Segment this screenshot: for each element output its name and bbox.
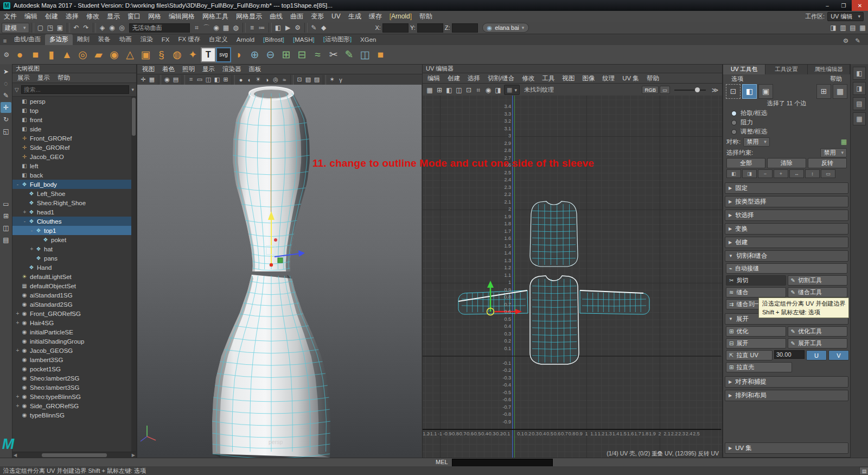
uv-canvas[interactable]: 3.43.33.23.132.92.82.72.62.52.42.32.22.1… [423,96,722,458]
shelf-tab-曲线/曲面[interactable]: 曲线/曲面 [10,34,45,45]
scroll-thumb[interactable] [42,453,107,457]
output-connections-icon[interactable]: ≔ [257,23,267,33]
rotate-tool[interactable]: ↻ [1,114,11,125]
alpha-channel-button[interactable]: ▭ [660,86,670,94]
mirror-icon[interactable]: ◫ [357,47,373,62]
poly-cube-icon[interactable]: ■ [28,47,43,62]
straighten-angle-input[interactable] [774,350,805,359]
menu-缓存[interactable]: 缓存 [365,12,386,21]
loop-selection-icon[interactable]: ↔ [789,169,804,178]
uv-menu-UV 集[interactable]: UV 集 [618,74,643,83]
uv-editor-panel[interactable]: UV 编辑器 编辑创建选择切割/缝合修改工具视图图像纹理UV 集帮助 ▦⊞◧◫⊡… [422,64,723,459]
constraint-dropdown[interactable]: 禁用▾ [820,148,847,157]
minimize-button[interactable]: – [819,0,835,11]
smooth-icon[interactable]: ≈ [310,47,326,62]
menu-显示[interactable]: 显示 [103,12,124,21]
uv-menu-视图[interactable]: 视图 [558,74,578,83]
outliner-item-Hair4SG[interactable]: +◉Hair4SG [12,318,136,327]
outliner-item-initialShadingGroup[interactable]: ◉initialShadingGroup [12,337,136,346]
field-chart-icon[interactable]: ⊞ [221,75,230,84]
uv-menu-纹理[interactable]: 纹理 [598,74,618,83]
shelf-tab-XGen[interactable]: XGen [356,35,380,45]
gate-mask-icon[interactable]: ◧ [213,75,221,84]
new-scene-icon[interactable]: ▢ [36,23,46,33]
poly-sphere-icon[interactable]: ● [12,47,28,62]
camera-lock-icon[interactable]: ◉ [163,75,171,84]
outliner-item-poket[interactable]: ❖poket [12,235,136,244]
close-button[interactable]: ✕ [852,0,868,11]
cut-tool-button[interactable]: ✎切割工具 [788,275,848,286]
menu-help[interactable]: 帮助 [826,75,846,83]
range-selection-icon[interactable]: ▭ [821,169,835,178]
outliner-item-aiStandard2SG[interactable]: ◉aiStandard2SG [12,300,136,309]
image-exposure-slider[interactable] [674,86,706,94]
viewport-canvas[interactable]: persp [137,85,423,458]
menu-set-dropdown[interactable]: 建模▾ [2,23,29,33]
toggle-tool-settings-icon[interactable]: ▥ [838,23,848,33]
snap-point-icon[interactable]: ◉ [212,23,221,33]
poly-helix-icon[interactable]: § [154,47,169,62]
viewport-menu-照明[interactable]: 照明 [178,65,199,73]
outliner-item-Front_GRORefSG[interactable]: +◉Front_GRORefSG [12,309,136,318]
workspace-dropdown[interactable]: UV 编辑▾ [827,12,864,21]
maximize-button[interactable]: ❐ [835,0,852,11]
isolate-select-icon[interactable]: ⊡ [295,75,304,84]
mode-pick-marquee[interactable]: 拾取/框选 [725,109,848,118]
separate-icon[interactable]: ⊟ [294,47,310,62]
layout-two-pane[interactable]: ◫ [1,223,11,233]
outliner-item-aiStandard1SG[interactable]: ◉aiStandard1SG [12,290,136,300]
menu-options[interactable]: 选项 [727,75,747,83]
toggle-split-view-icon[interactable]: ◨ [853,82,866,95]
toggle-attribute-editor-icon[interactable]: ◨ [828,23,838,33]
uv-shaded-icon[interactable]: ◧ [444,85,454,95]
poly-plane-icon[interactable]: ▰ [91,47,106,62]
expand-toggle-icon[interactable]: - [22,218,28,224]
menu-修改[interactable]: 修改 [82,12,103,21]
expand-toggle-icon[interactable]: + [29,246,35,252]
cut-button[interactable]: ✂剪切 [726,275,786,286]
straighten-v-button[interactable]: V [828,350,849,360]
outliner-item-Full_body[interactable]: -❖Full_body [12,180,136,189]
filter-icon[interactable]: ▽ [15,87,19,93]
script-editor-icon[interactable]: ▤ [859,467,868,475]
optimize-tool-button[interactable]: ✎优化工具 [788,326,848,337]
viewport-menu-显示[interactable]: 显示 [199,65,219,73]
shaded-mode-icon[interactable]: ● [237,75,245,84]
straighten-u-button[interactable]: U [806,350,827,360]
menu-网格[interactable]: 网格 [144,12,165,21]
undo-icon[interactable]: ↶ [72,23,81,33]
section-align-and-snap[interactable]: ▶对齐和捕捉 [725,376,848,388]
outliner-menu-帮助[interactable]: 帮助 [54,74,74,82]
expand-toggle-icon[interactable]: + [22,209,28,215]
toggle-single-view-icon[interactable]: ◧ [853,67,866,80]
user-account-dropdown[interactable]: ◉ elana bai ▾ [482,23,529,33]
shelf-edit-icon[interactable]: ✎ [853,36,863,45]
render-settings-icon[interactable]: ⚙ [293,23,303,33]
outliner-item-Clouthes[interactable]: -❖Clouthes [12,217,136,226]
shelf-tab-Bifrost[interactable]: Bifrost [259,35,289,45]
tab-uv-toolkit[interactable]: UV 工具包 [723,65,765,74]
outliner-item-persp[interactable]: ◧persp [12,97,136,106]
boolean-union-icon[interactable]: ⊕ [247,47,263,62]
x-input[interactable] [382,23,409,33]
section-select-by-type[interactable]: ▶按类型选择 [725,196,848,207]
ring-selection-icon[interactable]: ↕ [805,169,820,178]
gamma-icon[interactable]: γ [336,75,345,84]
mode-drag[interactable]: 阻力 [725,118,848,127]
bookmark-icon[interactable]: ▤ [171,75,180,84]
film-gate-icon[interactable]: ▭ [195,75,204,84]
section-arrange-and-layout[interactable]: ▶排列和布局 [725,390,848,401]
auto-seams-button[interactable]: ⌁自动接缝 [726,263,847,274]
snap-plane-icon[interactable]: ▦ [221,23,231,33]
outliner-item-Sheo:lambert3SG[interactable]: ◉Sheo:lambert3SG [12,383,136,392]
checker-icon[interactable]: ⊞ [435,85,444,95]
straighten-uvs-button[interactable]: ⇱拉直 UV [726,350,773,360]
combine-icon[interactable]: ⊞ [278,47,294,62]
poly-torus-icon[interactable]: ◎ [75,47,91,62]
sweep-mesh-icon[interactable]: ◗ [231,47,247,62]
symmetry-grid-icon[interactable]: ▦ [841,138,847,145]
outliner-item-Side_GRORef[interactable]: ✛Side_GRORef [12,143,136,152]
shelf-tab-动画[interactable]: 动画 [115,34,136,45]
section-uv-sets[interactable]: ▶UV 集 [725,442,848,454]
redo-icon[interactable]: ↷ [81,23,91,33]
